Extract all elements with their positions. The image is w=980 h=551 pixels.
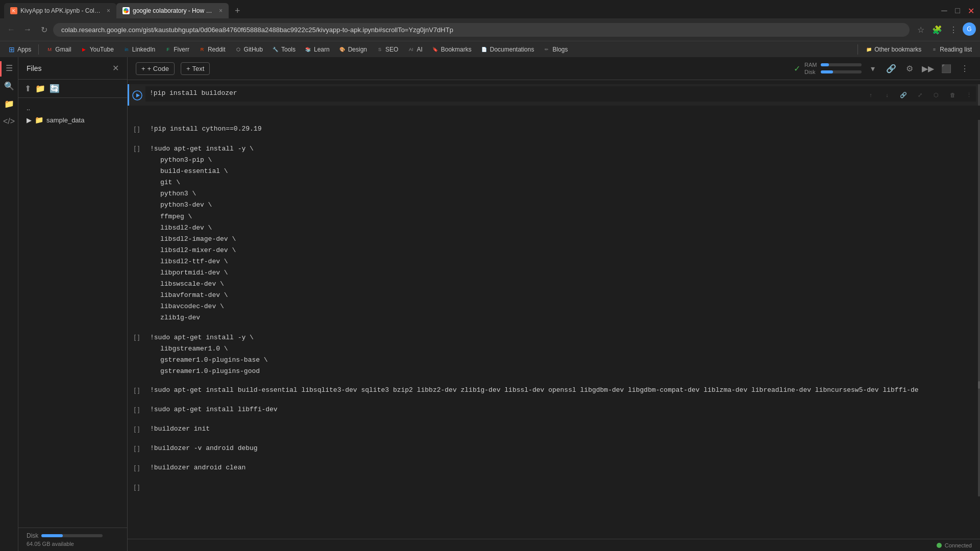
add-bar-line-right — [591, 113, 744, 113]
address-bar[interactable] — [53, 23, 910, 37]
bookmark-reddit[interactable]: R Reddit — [194, 44, 230, 55]
bookmark-design[interactable]: 🎨 Design — [335, 44, 371, 55]
other-bookmarks[interactable]: 📁 Other bookmarks — [861, 44, 925, 55]
close-window-button[interactable]: ✕ — [966, 6, 976, 16]
cell-4[interactable]: [ ] !sudo apt-get install -y \ libgstrea… — [128, 328, 980, 381]
bookmark-fiverr-label: Fiverr — [174, 46, 189, 53]
forward-button[interactable]: → — [20, 22, 35, 37]
run-all-button[interactable]: ▶▶ — [921, 61, 935, 76]
reading-list[interactable]: ≡ Reading list — [926, 44, 976, 55]
cell-1-expand[interactable]: ⤢ — [913, 88, 927, 102]
cell-5-scroll-bar — [978, 381, 980, 400]
cell-1-delete[interactable]: 🗑 — [945, 88, 960, 102]
cell-1-link[interactable]: 🔗 — [896, 88, 911, 102]
minimize-button[interactable]: ─ — [939, 6, 949, 16]
cell-6-content[interactable]: !sudo apt-get install libffi-dev — [146, 403, 976, 418]
reload-button[interactable]: ↻ — [37, 22, 51, 37]
cell-9-content[interactable]: !buildozer android clean — [146, 461, 976, 476]
cell-8[interactable]: [ ] !buildozer -v android debug — [128, 439, 980, 459]
cell-2[interactable]: [ ] !pip install cython==0.29.19 — [128, 120, 980, 139]
cell-1-move-up[interactable]: ↑ — [864, 88, 878, 102]
add-text-button[interactable]: + Text — [181, 62, 210, 75]
sample-data-folder[interactable]: ▶ 📁 sample_data — [27, 114, 119, 126]
bookmark-apps[interactable]: ⊞ Apps — [4, 44, 35, 55]
bookmark-ai[interactable]: AI AI — [403, 44, 426, 55]
cells-area[interactable]: !pip install buildozer ↑ ↓ 🔗 ⤢ ⬡ 🗑 ⋮ + C… — [128, 80, 980, 539]
cell-4-content[interactable]: !sudo apt-get install -y \ libgstreamer1… — [146, 330, 976, 379]
bookmark-gmail[interactable]: M Gmail — [42, 44, 75, 55]
bookmark-seo[interactable]: S SEO — [372, 44, 402, 55]
bookmark-documentations[interactable]: 📄 Documentations — [477, 44, 538, 55]
bookmark-blogs[interactable]: ✏ Blogs — [539, 44, 572, 55]
cell-5[interactable]: [ ] !sudo apt-get install build-essentia… — [128, 381, 980, 400]
bookmark-tools[interactable]: 🔧 Tools — [268, 44, 300, 55]
tab-2[interactable]: google colaboratory - How can ... × — [116, 3, 229, 18]
bookmark-github[interactable]: ⬡ GitHub — [231, 44, 267, 55]
svg-marker-1 — [136, 93, 140, 97]
cell-link-button[interactable]: 🔗 — [884, 61, 898, 76]
cell-5-scroll-thumb — [978, 381, 980, 389]
parent-folder[interactable]: .. — [27, 102, 119, 114]
search-panel-button[interactable]: 🔍 — [2, 79, 16, 93]
bookmark-learn[interactable]: 📚 Learn — [301, 44, 334, 55]
cell-6[interactable]: [ ] !sudo apt-get install libffi-dev — [128, 400, 980, 420]
files-panel-button[interactable]: 📁 — [2, 97, 16, 111]
bookmark-linkedin[interactable]: in LinkedIn — [119, 44, 159, 55]
profile-avatar[interactable]: G — [963, 22, 976, 36]
bookmark-blogs-label: Blogs — [552, 46, 568, 53]
tab1-close[interactable]: × — [107, 7, 110, 14]
new-folder-button[interactable]: 📁 — [35, 84, 45, 93]
bookmark-linkedin-label: LinkedIn — [132, 46, 155, 53]
settings-button[interactable]: ⋮ — [946, 22, 961, 37]
tab2-close[interactable]: × — [219, 7, 223, 14]
cell-7-content[interactable]: !buildozer init — [146, 422, 976, 437]
cell-1-move-down[interactable]: ↓ — [880, 88, 894, 102]
cell-5-content[interactable]: !sudo apt-get install build-essential li… — [146, 383, 976, 398]
sidebar-bottom: Disk 64.05 GB available — [18, 528, 127, 551]
back-button[interactable]: ← — [4, 22, 18, 37]
cell-1-more[interactable]: ⋮ — [962, 88, 976, 102]
other-bookmarks-label: Other bookmarks — [874, 46, 921, 53]
code-panel-button[interactable]: </> — [1, 115, 17, 128]
sidebar-menu-button[interactable]: ☰ — [4, 61, 15, 75]
sidebar-close-button[interactable]: ✕ — [112, 63, 119, 73]
cell-3-content[interactable]: !sudo apt-get install -y \ python3-pip \… — [146, 141, 976, 326]
maximize-button[interactable]: □ — [952, 6, 963, 16]
cell-3-line-13: libswscale-dev \ — [150, 279, 972, 290]
add-code-inline-1[interactable]: + Code — [521, 108, 550, 118]
add-code-button[interactable]: + + Code — [136, 62, 175, 75]
cell-9[interactable]: [ ] !buildozer android clean — [128, 459, 980, 478]
cell-1-mirror[interactable]: ⬡ — [929, 88, 943, 102]
cell-3[interactable]: [ ] !sudo apt-get install -y \ python3-p… — [128, 139, 980, 328]
cell-8-content[interactable]: !buildozer -v android debug — [146, 441, 976, 457]
bookmark-bookmarks[interactable]: 🔖 Bookmarks — [428, 44, 476, 55]
cell-1-content[interactable]: !pip install buildozer — [145, 86, 976, 102]
cell-8-brackets: [ ] — [128, 444, 146, 452]
cell-10-content[interactable] — [146, 480, 976, 494]
nav-actions: ☆ 🧩 ⋮ G — [914, 22, 976, 37]
refresh-button[interactable]: 🔄 — [50, 84, 60, 93]
interrupt-button[interactable]: ⬛ — [939, 61, 953, 76]
settings-dropdown-button[interactable]: ▾ — [866, 61, 880, 76]
cell-4-brackets: [ ] — [128, 333, 146, 341]
cell-2-content[interactable]: !pip install cython==0.29.19 — [146, 122, 976, 137]
github-icon: ⬡ — [235, 46, 242, 53]
upload-file-button[interactable]: ⬆ — [24, 84, 31, 93]
add-text-inline-1[interactable]: — + Text — [554, 108, 587, 118]
cell-4-line-2: libgstreamer1.0 \ — [150, 343, 972, 355]
bookmark-fiverr[interactable]: F Fiverr — [160, 44, 193, 55]
tab-1[interactable]: K KivyApp to APK.ipynb - Colabora... × — [4, 3, 116, 18]
bookmark-youtube[interactable]: ▶ YouTube — [77, 44, 118, 55]
extensions-button[interactable]: 🧩 — [930, 22, 944, 37]
cell-10[interactable]: [ ] — [128, 478, 980, 496]
disk-label-toolbar: Disk — [804, 69, 819, 75]
settings-gear-button[interactable]: ⚙ — [902, 61, 917, 76]
bookmark-star-button[interactable]: ☆ — [914, 22, 928, 37]
more-options-button[interactable]: ⋮ — [958, 61, 972, 76]
sidebar-title: Files — [27, 64, 42, 72]
cell-1[interactable]: !pip install buildozer ↑ ↓ 🔗 ⤢ ⬡ 🗑 ⋮ — [128, 84, 980, 106]
cell-1-run-button[interactable] — [129, 87, 145, 104]
new-tab-button[interactable]: + — [231, 6, 244, 16]
cell-2-brackets: [ ] — [128, 125, 146, 133]
cell-7[interactable]: [ ] !buildozer init — [128, 420, 980, 439]
